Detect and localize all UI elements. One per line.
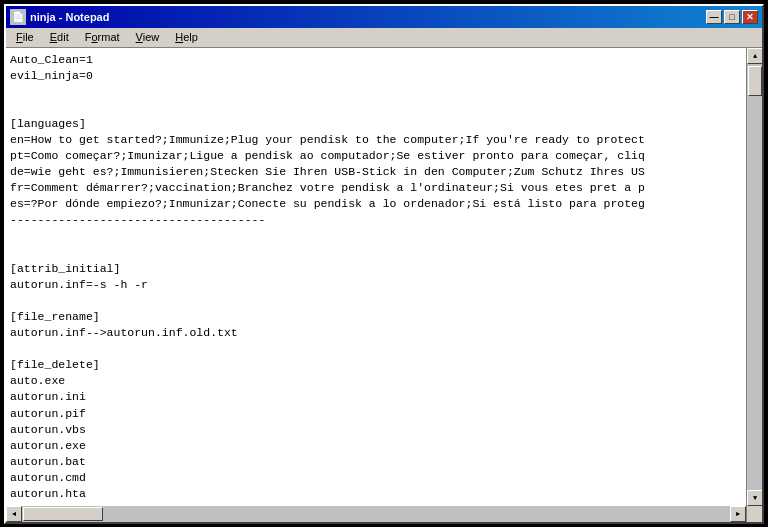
bottom-bar: ◄ ► xyxy=(6,506,762,522)
menu-file[interactable]: File xyxy=(8,28,42,47)
title-buttons: — □ ✕ xyxy=(706,10,758,24)
title-bar-left: 📄 ninja - Notepad xyxy=(10,9,109,25)
scroll-right-button[interactable]: ► xyxy=(730,506,746,522)
scrollbar-corner xyxy=(746,506,762,522)
title-bar: 📄 ninja - Notepad — □ ✕ xyxy=(6,6,762,28)
scroll-track-vertical[interactable] xyxy=(747,64,762,490)
window-title: ninja - Notepad xyxy=(30,11,109,23)
menu-help[interactable]: Help xyxy=(167,28,206,47)
scroll-thumb-vertical[interactable] xyxy=(748,66,762,96)
text-content[interactable]: Auto_Clean=1 evil_ninja=0 [languages] en… xyxy=(6,48,746,506)
scroll-up-button[interactable]: ▲ xyxy=(747,48,762,64)
scroll-thumb-horizontal[interactable] xyxy=(23,507,103,521)
scrollbar-horizontal: ◄ ► xyxy=(6,506,746,522)
scroll-left-button[interactable]: ◄ xyxy=(6,506,22,522)
menu-edit[interactable]: Edit xyxy=(42,28,77,47)
minimize-button[interactable]: — xyxy=(706,10,722,24)
text-area-wrapper: Auto_Clean=1 evil_ninja=0 [languages] en… xyxy=(6,48,746,506)
close-button[interactable]: ✕ xyxy=(742,10,758,24)
menu-format[interactable]: Format xyxy=(77,28,128,47)
content-area: Auto_Clean=1 evil_ninja=0 [languages] en… xyxy=(6,48,762,506)
menu-view[interactable]: View xyxy=(128,28,168,47)
scroll-track-horizontal[interactable] xyxy=(22,506,730,522)
scroll-down-button[interactable]: ▼ xyxy=(747,490,762,506)
app-icon: 📄 xyxy=(10,9,26,25)
menu-bar: File Edit Format View Help xyxy=(6,28,762,48)
notepad-window: 📄 ninja - Notepad — □ ✕ File Edit Format… xyxy=(4,4,764,524)
scrollbar-vertical: ▲ ▼ xyxy=(746,48,762,506)
maximize-button[interactable]: □ xyxy=(724,10,740,24)
